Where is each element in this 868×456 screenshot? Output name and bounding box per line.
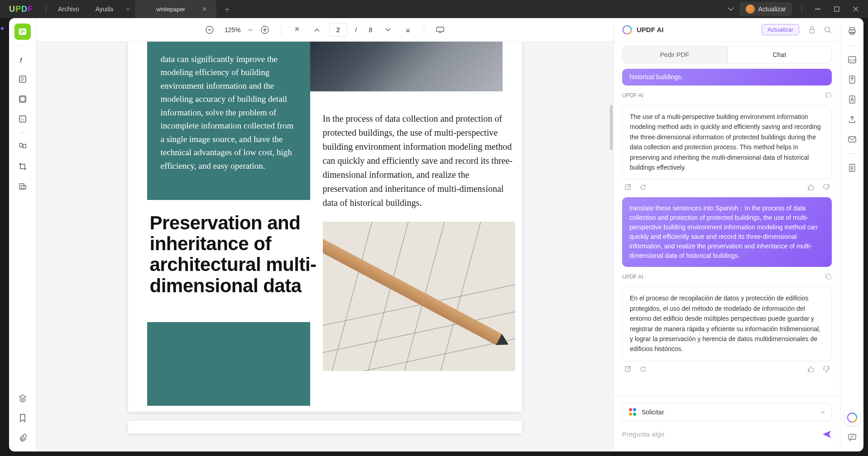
crop-tool-icon[interactable] <box>14 158 31 175</box>
edge-indicator <box>1 27 4 30</box>
new-tab-button[interactable]: ＋ <box>216 4 238 14</box>
svg-rect-28 <box>851 99 853 101</box>
search-icon[interactable] <box>824 26 832 34</box>
first-page-button[interactable] <box>289 22 305 38</box>
apps-icon <box>629 408 637 416</box>
last-page-button[interactable] <box>400 22 416 38</box>
page-3 <box>128 421 522 433</box>
edit-tool-icon[interactable] <box>14 91 31 107</box>
chevron-down-icon[interactable] <box>728 7 734 11</box>
highlighter-tool-icon[interactable] <box>14 51 31 67</box>
ai-message-2: En el proceso de recopilación de datos y… <box>622 286 832 361</box>
svg-rect-19 <box>827 94 831 98</box>
tab-list-dropdown[interactable] <box>121 8 135 10</box>
feedback-icon[interactable] <box>844 430 860 445</box>
zoom-in-button[interactable] <box>257 22 273 38</box>
left-sidebar <box>9 18 36 451</box>
thumbs-up-icon[interactable] <box>807 366 815 373</box>
page-input[interactable] <box>329 23 347 37</box>
convert-icon[interactable] <box>844 72 860 87</box>
tab-title: whitepaper <box>149 6 193 13</box>
svg-rect-9 <box>19 116 26 122</box>
svg-rect-17 <box>810 29 814 33</box>
send-icon[interactable] <box>822 430 832 439</box>
next-page-button[interactable] <box>380 22 396 38</box>
bookmark-icon[interactable] <box>14 410 31 426</box>
presentation-button[interactable] <box>432 22 448 38</box>
redact-tool-icon[interactable] <box>14 178 31 195</box>
svg-rect-16 <box>436 27 444 32</box>
open-icon[interactable] <box>624 184 631 191</box>
close-button[interactable] <box>849 2 863 16</box>
solicitar-dropdown[interactable]: Solicitar <box>622 403 832 421</box>
zoom-dropdown[interactable] <box>248 28 253 31</box>
document-callout-box: data can significantly improve the model… <box>147 42 310 200</box>
right-rail: OCR <box>840 18 863 451</box>
minimize-button[interactable] <box>811 2 825 16</box>
document-image-top <box>310 42 503 91</box>
zoom-out-button[interactable] <box>202 22 217 38</box>
svg-rect-8 <box>20 97 25 101</box>
updf-ai-logo-icon <box>622 25 632 35</box>
svg-rect-10 <box>19 143 22 147</box>
attachment-icon[interactable] <box>14 430 31 446</box>
reader-tool-icon[interactable] <box>14 24 31 40</box>
svg-rect-1 <box>834 7 839 11</box>
copy-icon[interactable] <box>825 273 832 280</box>
document-viewport[interactable]: data can significantly improve the model… <box>36 42 614 451</box>
page-2: data can significantly improve the model… <box>128 42 522 412</box>
regenerate-icon[interactable] <box>639 184 647 191</box>
document-tab[interactable]: whitepaper ✕ <box>135 0 216 18</box>
copy-icon[interactable] <box>825 92 832 99</box>
page-sep: / <box>352 26 361 33</box>
user-message-2: translate these sentences into Spanish：I… <box>622 197 832 267</box>
prev-page-button[interactable] <box>309 22 325 38</box>
open-icon[interactable] <box>624 366 631 373</box>
menu-file[interactable]: Archivo <box>50 5 87 13</box>
form-tool-icon[interactable] <box>14 111 31 127</box>
ocr-icon[interactable]: OCR <box>844 52 860 67</box>
svg-rect-12 <box>19 184 24 189</box>
svg-rect-0 <box>815 9 820 10</box>
svg-rect-22 <box>849 30 855 33</box>
avatar <box>746 5 755 14</box>
chat-scroll[interactable]: historical buildings. UPDF AI The use of… <box>614 63 840 396</box>
protect-icon[interactable] <box>844 92 860 107</box>
regenerate-icon[interactable] <box>639 366 647 373</box>
svg-rect-20 <box>827 275 831 279</box>
thumbs-down-icon[interactable] <box>823 366 830 373</box>
close-icon[interactable]: ✕ <box>202 5 207 13</box>
scrollbar-thumb[interactable] <box>610 105 613 150</box>
print-icon[interactable] <box>844 24 860 39</box>
ai-fab-icon[interactable] <box>844 410 860 425</box>
compress-icon[interactable] <box>844 160 860 176</box>
share-icon[interactable] <box>844 112 860 127</box>
ai-panel-title: UPDF AI <box>637 26 757 33</box>
menu-help[interactable]: Ayuda <box>87 5 121 13</box>
ai-upgrade-button[interactable]: Actualizar <box>762 24 799 35</box>
app-logo: UPDF <box>0 5 42 14</box>
lock-icon[interactable] <box>808 26 815 34</box>
layers-icon[interactable] <box>14 390 31 406</box>
thumbs-up-icon[interactable] <box>807 184 815 191</box>
thumbs-down-icon[interactable] <box>823 184 830 191</box>
document-image-bottom <box>323 222 515 371</box>
svg-point-18 <box>825 27 830 32</box>
document-heading: Preservation and inheritance of architec… <box>150 213 331 296</box>
svg-rect-3 <box>20 30 25 31</box>
svg-text:OCR: OCR <box>849 59 856 62</box>
toolbar: 125% / 8 <box>36 18 614 42</box>
svg-rect-4 <box>20 31 25 32</box>
page-total: 8 <box>365 26 376 33</box>
svg-rect-21 <box>850 28 854 30</box>
maximize-button[interactable] <box>830 2 844 16</box>
svg-rect-11 <box>23 144 26 148</box>
chat-input[interactable] <box>622 427 817 442</box>
tab-pedir-pdf[interactable]: Pedir PDF <box>622 46 727 63</box>
svg-rect-5 <box>20 33 23 33</box>
organize-tool-icon[interactable] <box>14 138 31 155</box>
tab-chat[interactable]: Chat <box>727 46 832 63</box>
upgrade-button[interactable]: Actualizar <box>739 2 792 16</box>
comment-tool-icon[interactable] <box>14 71 31 87</box>
email-icon[interactable] <box>844 132 860 147</box>
